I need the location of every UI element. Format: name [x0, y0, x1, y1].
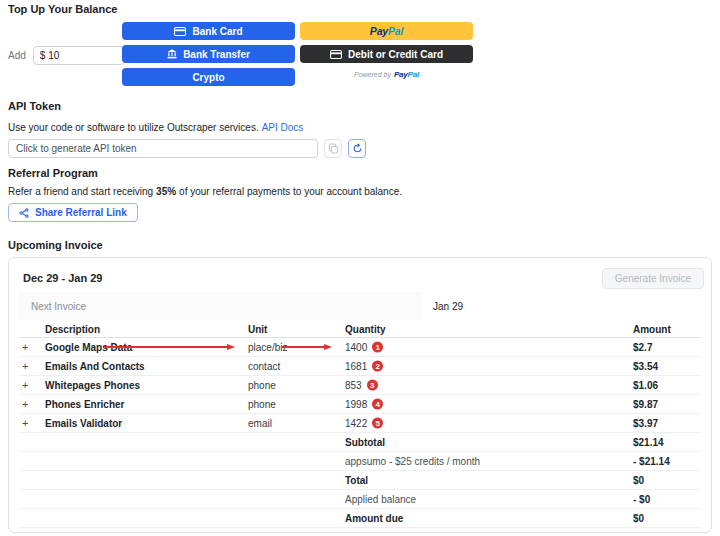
row-amount: $3.97: [633, 418, 658, 429]
bank-transfer-button[interactable]: Bank Transfer: [122, 45, 295, 63]
card-icon: [330, 50, 342, 59]
expand-row-button[interactable]: +: [22, 418, 28, 429]
bank-card-label: Bank Card: [192, 26, 242, 37]
add-label: Add: [8, 50, 26, 61]
copy-token-button[interactable]: [324, 139, 342, 158]
powered-by-paypal: Powered by PayPal: [300, 70, 473, 79]
referral-text: Refer a friend and start receiving35%of …: [8, 186, 712, 197]
crypto-label: Crypto: [192, 72, 224, 83]
summary-label: appsumo - $25 credits / month: [345, 456, 480, 467]
summary-amount: $0: [633, 513, 644, 524]
copy-icon: [328, 143, 339, 154]
invoice-card: Dec 29 - Jan 29 Generate Invoice Next In…: [8, 257, 712, 533]
summary-row: Total$0: [19, 471, 701, 490]
summary-row: appsumo - $25 credits / month- $21.14: [19, 452, 701, 471]
api-token-input[interactable]: [8, 139, 318, 158]
annotation-number-badge: 5: [372, 418, 383, 429]
refresh-icon: [352, 143, 363, 154]
api-token-title: API Token: [8, 100, 712, 113]
paypal-logo: PayPal: [370, 25, 403, 37]
row-amount: $3.54: [633, 361, 658, 372]
summary-amount: - $0: [633, 494, 650, 505]
summary-label: Total: [345, 475, 368, 486]
share-referral-link-label: Share Referral Link: [35, 207, 127, 218]
share-referral-link-button[interactable]: Share Referral Link: [8, 203, 138, 222]
annotation-arrow: [282, 346, 325, 348]
row-unit: phone: [248, 399, 276, 410]
annotation-number-badge: 2: [372, 361, 383, 372]
generate-invoice-button[interactable]: Generate Invoice: [602, 268, 704, 289]
column-amount: Amount: [633, 323, 671, 334]
expand-row-button[interactable]: +: [22, 342, 28, 353]
expand-row-button[interactable]: +: [22, 361, 28, 372]
regenerate-token-button[interactable]: [348, 139, 366, 158]
summary-row: Subtotal$21.14: [19, 433, 701, 452]
column-unit: Unit: [248, 323, 267, 334]
next-invoice-label-cell: Next Invoice: [19, 292, 422, 320]
invoice-items: +Google Maps Dataplace/biz14001$2.7+Emai…: [19, 338, 701, 433]
topup-title: Top Up Your Balance: [8, 3, 712, 16]
card-icon: [174, 27, 186, 36]
bank-card-button[interactable]: Bank Card: [122, 22, 295, 40]
share-icon: [19, 208, 29, 218]
paypal-logo-small: PayPal: [394, 70, 419, 79]
table-row: +Google Maps Dataplace/biz14001$2.7: [19, 338, 701, 357]
expand-row-button[interactable]: +: [22, 380, 28, 391]
debit-credit-card-label: Debit or Credit Card: [348, 49, 443, 60]
summary-label: Amount due: [345, 513, 403, 524]
add-amount-group: Add: [8, 46, 125, 65]
invoice-table: Description Unit Quantity Amount +Google…: [19, 320, 701, 528]
row-unit: contact: [248, 361, 280, 372]
row-quantity: 16812: [345, 361, 383, 372]
row-quantity: 8533: [345, 380, 378, 391]
next-invoice-date-cell: Jan 29: [422, 292, 701, 320]
row-unit: email: [248, 418, 272, 429]
table-row: +Emails Validatoremail14225$3.97: [19, 414, 701, 433]
summary-row: Amount due$0: [19, 509, 701, 528]
row-description: Phones Enricher: [45, 399, 124, 410]
topup-section: Top Up Your Balance Add Bank Card Bank T…: [8, 3, 712, 88]
crypto-button[interactable]: Crypto: [122, 68, 295, 86]
summary-amount: $21.14: [633, 437, 664, 448]
api-token-row: [8, 139, 712, 158]
row-quantity: 19984: [345, 399, 383, 410]
row-amount: $9.87: [633, 399, 658, 410]
column-quantity: Quantity: [345, 323, 386, 334]
row-unit: phone: [248, 380, 276, 391]
summary-amount: $0: [633, 475, 644, 486]
referral-title: Referral Program: [8, 167, 712, 180]
paypal-button[interactable]: PayPal: [300, 22, 473, 40]
expand-row-button[interactable]: +: [22, 399, 28, 410]
next-invoice-row: Next Invoice Jan 29: [19, 292, 701, 320]
upcoming-invoice-section: Upcoming Invoice Dec 29 - Jan 29 Generat…: [8, 239, 712, 533]
table-row: +Emails And Contactscontact16812$3.54: [19, 357, 701, 376]
invoice-summary: Subtotal$21.14appsumo - $25 credits / mo…: [19, 433, 701, 528]
row-amount: $1.06: [633, 380, 658, 391]
column-description: Description: [45, 323, 100, 334]
row-description: Emails And Contacts: [45, 361, 145, 372]
row-description: Whitepages Phones: [45, 380, 140, 391]
summary-amount: - $21.14: [633, 456, 670, 467]
invoice-period: Dec 29 - Jan 29: [23, 272, 103, 284]
summary-label: Subtotal: [345, 437, 385, 448]
invoice-card-header: Dec 29 - Jan 29 Generate Invoice: [9, 258, 711, 292]
annotation-number-badge: 1: [372, 342, 383, 353]
annotation-arrow: [104, 346, 228, 348]
bank-transfer-label: Bank Transfer: [183, 49, 250, 60]
row-quantity: 14225: [345, 418, 383, 429]
topup-amount-input[interactable]: [33, 46, 125, 65]
invoice-table-header: Description Unit Quantity Amount: [19, 320, 701, 338]
referral-section: Referral Program Refer a friend and star…: [8, 167, 712, 222]
upcoming-invoice-title: Upcoming Invoice: [8, 239, 712, 252]
referral-percent: 35%: [156, 186, 176, 197]
debit-credit-card-button[interactable]: Debit or Credit Card: [300, 45, 473, 63]
topup-body: Add Bank Card Bank Transfer Crypto: [8, 16, 712, 88]
row-amount: $2.7: [633, 342, 652, 353]
row-description: Emails Validator: [45, 418, 122, 429]
api-token-section: API Token Use your code or software to u…: [8, 100, 712, 158]
api-docs-link[interactable]: API Docs: [262, 122, 304, 133]
table-row: +Phones Enricherphone19984$9.87: [19, 395, 701, 414]
annotation-number-badge: 4: [372, 399, 383, 410]
bank-icon: [167, 49, 177, 59]
summary-row: Applied balance- $0: [19, 490, 701, 509]
